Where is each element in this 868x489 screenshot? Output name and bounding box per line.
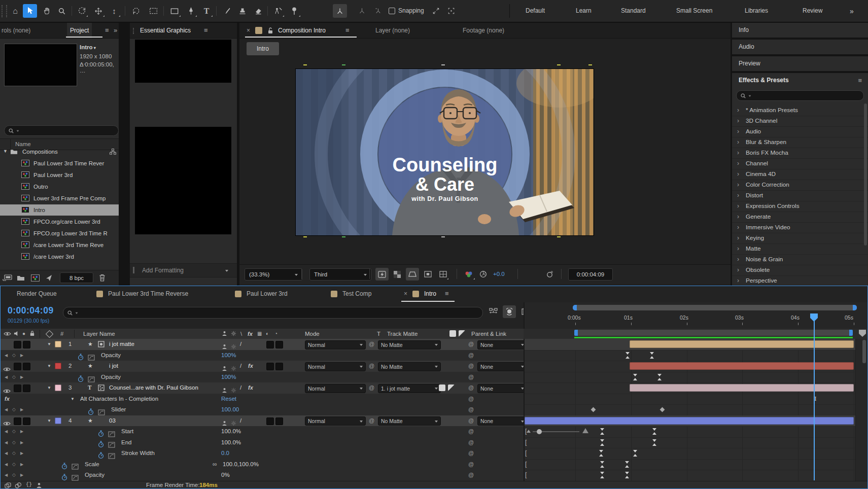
- fast-previews-icon[interactable]: [375, 268, 389, 281]
- add-formatting-label[interactable]: Add Formatting: [142, 267, 184, 274]
- current-timecode[interactable]: 0:00:04:09: [8, 305, 54, 316]
- property-row[interactable]: ◀ ◇ ▶ Opacity 100% @: [1, 372, 524, 383]
- fx-category[interactable]: ›Expression Controls: [732, 201, 868, 212]
- rectangle-tool-icon[interactable]: [167, 4, 182, 18]
- layer-color-swatch[interactable]: [55, 363, 61, 369]
- effect-group-row[interactable]: fx ▼ Alt Characters In - Completion Rese…: [1, 394, 524, 405]
- playhead-line[interactable]: [814, 315, 815, 480]
- home-icon[interactable]: ⌂: [8, 4, 22, 18]
- parent-dropdown[interactable]: None: [477, 362, 527, 371]
- track-matte-dropdown[interactable]: No Matte: [378, 340, 441, 350]
- workspace-review[interactable]: Review: [803, 7, 822, 14]
- timeline-tab-menu-icon[interactable]: ≡: [445, 290, 449, 297]
- matte-pickwhip-icon[interactable]: @: [369, 361, 374, 372]
- property-row[interactable]: ◀ ◇ ▶ Slider 100.00 @: [1, 404, 524, 416]
- workspace-libraries[interactable]: Libraries: [745, 7, 768, 14]
- new-composition-icon[interactable]: [31, 274, 40, 282]
- bit-depth-button[interactable]: 8 bpc: [60, 272, 93, 283]
- workspace-standard[interactable]: Standard: [621, 7, 646, 14]
- parent-pickwhip-icon[interactable]: @: [468, 404, 474, 415]
- fx-category[interactable]: ›Generate: [732, 212, 868, 223]
- tab-effect-controls[interactable]: rols (none): [2, 23, 30, 38]
- property-row[interactable]: ◀◇▶ End 100.0% @: [1, 437, 524, 449]
- workspace-overflow[interactable]: »: [850, 7, 854, 15]
- track-matte-dropdown[interactable]: 1. i jot matte: [378, 384, 441, 393]
- kf-prev-icon[interactable]: ◀: [5, 404, 8, 415]
- blend-mode-dropdown[interactable]: Normal: [305, 362, 366, 371]
- property-name[interactable]: Opacity: [101, 350, 121, 361]
- kf-add-icon[interactable]: ◇: [12, 459, 16, 470]
- orbit-camera-icon[interactable]: [75, 4, 89, 18]
- kf-next-icon[interactable]: ▶: [20, 459, 23, 470]
- property-value[interactable]: 100%: [221, 350, 236, 361]
- effect-name[interactable]: Alt Characters In - Completion: [80, 394, 158, 405]
- pen-tool-icon[interactable]: [184, 4, 198, 18]
- tab-intro-active[interactable]: Intro: [424, 290, 436, 297]
- keyframe[interactable]: [600, 461, 605, 468]
- expand-chevron-icon[interactable]: ▼: [47, 339, 51, 350]
- kf-add-icon[interactable]: ◇: [12, 448, 16, 459]
- layer-bar-1[interactable]: [630, 340, 854, 348]
- info-panel-header[interactable]: Info: [732, 23, 868, 38]
- property-row[interactable]: ◀◇▶ Scale ∞ 100.0,100.0% @: [1, 459, 524, 471]
- fx-category[interactable]: ›Immersive Video: [732, 222, 868, 233]
- fx-category[interactable]: ›* Animation Presets: [732, 105, 868, 116]
- new-folder-icon[interactable]: [17, 275, 25, 281]
- motion-blur-toggle-icon[interactable]: [503, 305, 516, 318]
- timeline-search-input[interactable]: [63, 307, 483, 319]
- kf-add-icon[interactable]: ◇: [12, 426, 16, 437]
- layer-name-column-header[interactable]: Layer Name: [83, 329, 115, 339]
- parent-pickwhip-icon[interactable]: @: [468, 394, 474, 405]
- quality-switch-icon[interactable]: /: [240, 382, 241, 394]
- kf-prev-icon[interactable]: ◀: [5, 372, 8, 383]
- matte-pickwhip-icon[interactable]: @: [369, 415, 374, 427]
- layer-bar-2[interactable]: [630, 362, 854, 370]
- property-row[interactable]: ◀◇▶ Stroke Width 0.0 @: [1, 448, 524, 460]
- keyframe[interactable]: [652, 428, 657, 435]
- fx-category[interactable]: ›Matte: [732, 243, 868, 255]
- parent-pickwhip-icon[interactable]: @: [468, 361, 474, 372]
- zoom-in-mountain-icon[interactable]: [582, 428, 588, 433]
- selection-tool-icon[interactable]: [23, 4, 37, 18]
- link-icon[interactable]: ∞: [213, 459, 217, 470]
- property-name[interactable]: Opacity: [101, 372, 121, 383]
- tab-project[interactable]: Project: [67, 23, 92, 38]
- layer-bar-4[interactable]: [525, 417, 854, 425]
- fx-category[interactable]: ›Cinema 4D: [732, 169, 868, 180]
- property-row[interactable]: ◀◇▶ Start 100.0% @: [1, 426, 524, 438]
- parent-link-column-header[interactable]: Parent & Link: [471, 329, 506, 339]
- fx-category[interactable]: ›Color Correction: [732, 180, 868, 191]
- keyframe[interactable]: [626, 352, 630, 359]
- fx-category[interactable]: ›3D Channel: [732, 116, 868, 127]
- audio-panel-header[interactable]: Audio: [732, 40, 868, 54]
- resolution-dropdown[interactable]: Third: [309, 268, 371, 281]
- local-axis-mode-icon[interactable]: [333, 4, 347, 18]
- tab-comp2[interactable]: Paul Lower 3rd: [247, 290, 288, 297]
- layer-row[interactable]: ▼ 3 T Counsel...are with Dr. Paul Gibson…: [1, 382, 524, 394]
- hand-tool-icon[interactable]: [40, 4, 54, 18]
- snapping-label[interactable]: Snapping: [398, 7, 424, 14]
- keyframe[interactable]: [600, 439, 605, 446]
- effect-reset-link[interactable]: Reset: [221, 394, 236, 405]
- fx-switch-icon[interactable]: fx: [248, 361, 253, 372]
- rotation-tool-icon[interactable]: [129, 4, 143, 18]
- expand-chevron-icon[interactable]: ▼: [71, 394, 75, 405]
- fx-category[interactable]: ›Perspective: [732, 275, 868, 286]
- blend-mode-dropdown[interactable]: Normal: [305, 340, 366, 350]
- trash-icon[interactable]: [99, 274, 106, 282]
- work-area-bar[interactable]: [574, 330, 853, 336]
- project-folder-compositions[interactable]: ▼ Compositions: [0, 146, 119, 157]
- project-item[interactable]: /care Lower 3rd: [0, 251, 119, 262]
- timeline-v-scrollbar[interactable]: [862, 340, 866, 363]
- parent-dropdown[interactable]: None: [477, 384, 527, 393]
- project-item[interactable]: Paul Lower 3rd: [0, 169, 119, 181]
- composition-viewport[interactable]: Counseling & Care with Dr. Paul Gibson: [296, 69, 594, 235]
- fx-category[interactable]: ›Obsolete: [732, 265, 868, 276]
- clone-stamp-icon[interactable]: [235, 4, 250, 18]
- project-item[interactable]: Paul Lower 3rd Time Rever: [0, 158, 119, 169]
- layer-name[interactable]: Counsel...are with Dr. Paul Gibson: [109, 382, 198, 394]
- quality-switch-icon[interactable]: /: [240, 415, 241, 427]
- matte-pickwhip-icon[interactable]: @: [369, 382, 374, 394]
- project-panel-expand-icon[interactable]: »: [114, 23, 117, 38]
- kf-next-icon[interactable]: ▶: [20, 448, 23, 459]
